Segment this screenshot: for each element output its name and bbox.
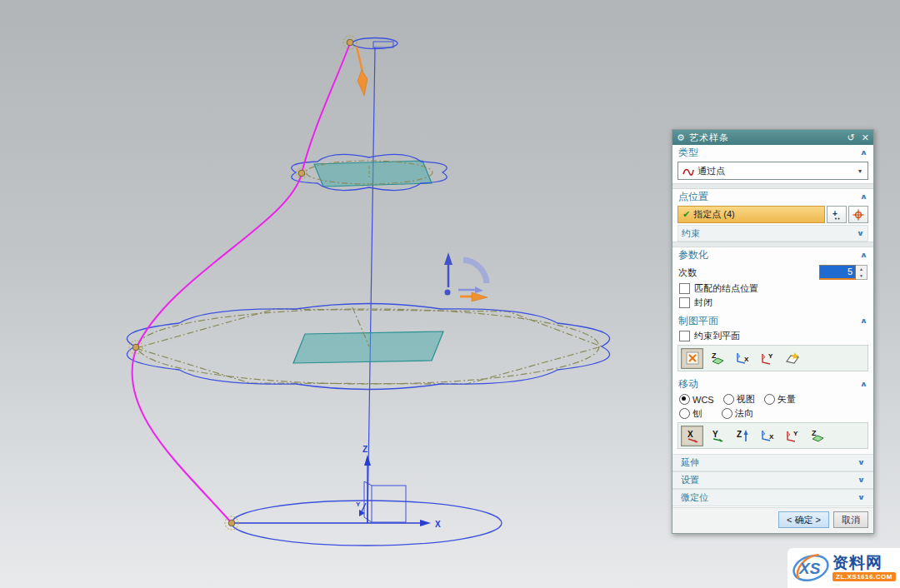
dialog-titlebar[interactable]: ⚙ 艺术样条 ↺ ✕ — [672, 130, 873, 145]
center-axis-line[interactable] — [368, 47, 375, 523]
match-knots-row[interactable]: 匹配的结点位置 — [672, 282, 873, 296]
expand-chevron-icon[interactable]: ∨ — [858, 458, 865, 466]
radio-wcs-label: WCS — [692, 395, 714, 405]
ok-button[interactable]: < 确定 > — [778, 511, 829, 528]
xc-zc-plane-button[interactable]: Y — [756, 348, 778, 369]
move-plane-z-button[interactable]: Z — [806, 426, 828, 446]
section-header-micro-positioning[interactable]: 微定位 ∨ — [672, 489, 873, 506]
point-constructor-icon: + — [831, 209, 842, 221]
expand-chevron-icon[interactable]: ∨ — [857, 229, 864, 237]
expand-chevron-icon[interactable]: ∨ — [858, 493, 865, 501]
radio-normal[interactable]: 法向 — [722, 407, 753, 420]
y-axis-label: Y — [356, 501, 361, 508]
move-y-button[interactable]: Y — [706, 426, 728, 446]
constrain-to-plane-checkbox[interactable] — [679, 331, 690, 341]
closed-checkbox[interactable] — [679, 297, 690, 308]
constrain-to-plane-label: 约束到平面 — [694, 330, 740, 342]
drag-manipulator[interactable] — [444, 252, 488, 301]
move-plane-y-button[interactable]: Y — [781, 426, 803, 446]
svg-text:Z: Z — [812, 429, 817, 437]
specify-point-row: ✔ 指定点 (4) + — [678, 206, 868, 223]
section-header-settings[interactable]: 设置 ∨ — [672, 471, 873, 489]
cancel-button[interactable]: 取消 — [833, 511, 868, 528]
degree-label: 次数 — [678, 267, 819, 279]
move-plane-x-button[interactable]: X — [756, 426, 778, 446]
dropdown-arrow-icon[interactable]: ▾ — [854, 167, 866, 175]
radio-normal-label: 法向 — [735, 407, 753, 420]
degree-spinner[interactable]: 5 ▲ ▼ — [819, 265, 868, 280]
move-z-button[interactable]: Z — [731, 426, 753, 446]
watermark: XS 资料网 ZL.XS1616.COM — [788, 548, 900, 588]
dialog-body: 类型 ∧ 通过点 ▾ 点位置 ∧ ✔ — [672, 145, 873, 533]
close-icon[interactable]: ✕ — [862, 130, 869, 145]
section-header-drawing-plane[interactable]: 制图平面 ∧ — [672, 313, 873, 329]
origin-box-wireframe[interactable] — [364, 481, 406, 522]
expand-chevron-icon[interactable]: ∨ — [858, 476, 865, 484]
manipulator-right-arrow[interactable] — [460, 292, 488, 301]
point-constructor-button[interactable]: + — [827, 206, 847, 223]
move-radio-row-2: 刨 法向 — [672, 406, 873, 421]
xc-yc-plane-button[interactable]: Z — [706, 348, 728, 369]
wcs-x-axis[interactable]: X — [232, 520, 441, 529]
xc-zc-plane-icon: Y — [759, 351, 776, 366]
dialog-gear-icon[interactable]: ⚙ — [677, 130, 685, 145]
manipulator-ball[interactable] — [445, 290, 451, 296]
collapse-chevron-icon[interactable]: ∧ — [860, 380, 868, 388]
type-dropdown-row: 通过点 ▾ — [672, 161, 873, 183]
svg-text:Y: Y — [712, 430, 718, 439]
section-header-point-location[interactable]: 点位置 ∧ — [672, 189, 873, 205]
extension-label: 延伸 — [681, 456, 699, 469]
xc-yc-plane-icon: Z — [709, 351, 726, 366]
move-y-icon: Y — [710, 428, 725, 443]
tangent-handle[interactable] — [357, 47, 368, 96]
radio-vector-label: 矢量 — [778, 393, 796, 406]
spline-point-2[interactable] — [297, 168, 307, 178]
constrain-to-plane-row[interactable]: 约束到平面 — [672, 329, 873, 343]
inferred-plane-button[interactable] — [681, 348, 703, 369]
move-x-button[interactable]: X — [681, 426, 703, 446]
manipulator-flat-arrow[interactable] — [458, 287, 483, 293]
yc-zc-plane-button[interactable]: X — [731, 348, 753, 369]
radio-view[interactable]: 视图 — [723, 393, 755, 406]
type-dropdown[interactable]: 通过点 ▾ — [678, 162, 868, 180]
radio-wcs[interactable]: WCS — [679, 394, 714, 405]
divider — [672, 183, 873, 189]
spinner-down-icon[interactable]: ▼ — [856, 272, 867, 279]
spline-point-1[interactable] — [343, 36, 357, 49]
section-header-extension[interactable]: 延伸 ∨ — [672, 454, 873, 471]
collapse-chevron-icon[interactable]: ∧ — [860, 192, 868, 201]
reset-icon[interactable]: ↺ — [848, 130, 855, 145]
drawing-plane-icon-palette: Z X Y — [678, 345, 868, 371]
svg-text:X: X — [688, 430, 693, 439]
collapse-chevron-icon[interactable]: ∧ — [860, 148, 868, 157]
svg-text:+: + — [832, 209, 838, 218]
section-header-parameterization[interactable]: 参数化 ∧ — [672, 247, 873, 263]
top-sketch-rect[interactable] — [373, 42, 393, 47]
closed-row[interactable]: 封闭 — [672, 296, 873, 310]
collapse-chevron-icon[interactable]: ∧ — [860, 251, 868, 259]
application-window: Z X Y — [0, 0, 900, 588]
radio-plane[interactable]: 刨 — [679, 407, 702, 420]
point-dialog-button[interactable] — [848, 206, 868, 223]
plane-dialog-icon — [784, 351, 801, 366]
watermark-site-name: 资料网 — [832, 555, 896, 571]
specify-point-field[interactable]: ✔ 指定点 (4) — [678, 206, 825, 223]
match-knots-checkbox[interactable] — [679, 283, 690, 294]
constraint-label: 约束 — [682, 227, 700, 240]
studio-spline-curve[interactable] — [132, 43, 350, 523]
section-header-move[interactable]: 移动 ∧ — [672, 376, 873, 392]
degree-value-field[interactable]: 5 — [819, 265, 856, 280]
divider — [672, 242, 873, 247]
svg-text:X: X — [744, 356, 749, 363]
type-dropdown-value: 通过点 — [698, 165, 854, 177]
manipulator-up-arrow[interactable] — [444, 252, 452, 265]
constraint-subsection[interactable]: 约束 ∨ — [678, 225, 868, 242]
manipulator-rotate-arc[interactable] — [463, 260, 487, 283]
plane-dialog-button[interactable] — [781, 348, 803, 369]
watermark-logo-text: XS — [798, 560, 821, 577]
radio-vector[interactable]: 矢量 — [764, 393, 796, 406]
collapse-chevron-icon[interactable]: ∧ — [860, 316, 868, 325]
datum-plane-large[interactable] — [293, 331, 443, 363]
spinner-up-icon[interactable]: ▲ — [856, 266, 867, 272]
section-header-type[interactable]: 类型 ∧ — [672, 145, 873, 161]
